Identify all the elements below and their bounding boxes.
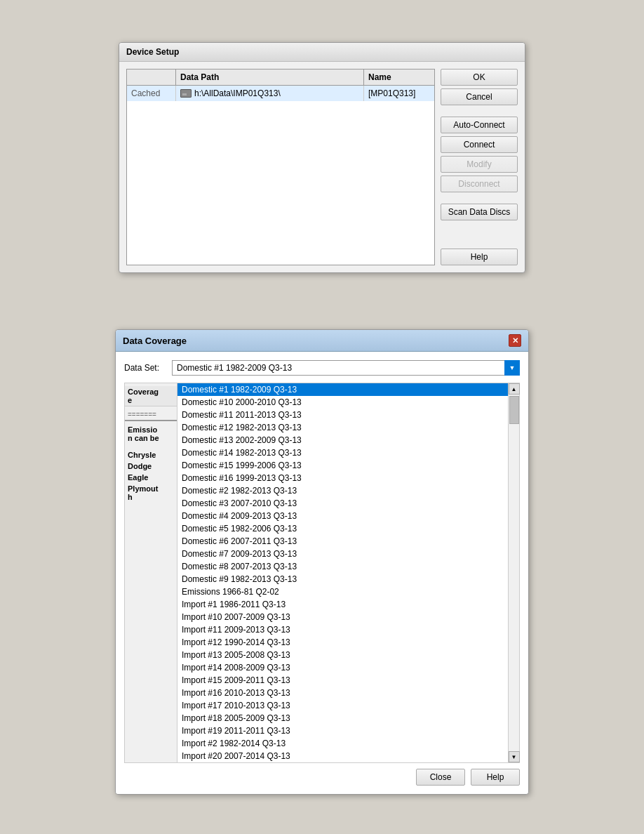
coverage-left-panel: Coverage ======= Emission can be Chrysle…	[125, 383, 177, 762]
modify-button[interactable]: Modify	[441, 156, 518, 173]
list-item[interactable]: Domestic #13 2002-2009 Q3-13	[177, 434, 508, 446]
list-item[interactable]: Domestic #3 2007-2010 Q3-13	[177, 497, 508, 510]
col-status-header	[127, 70, 176, 85]
coverage-footer: Close Help	[124, 763, 520, 786]
coverage-divider: =======	[125, 409, 177, 421]
list-item[interactable]: Domestic #4 2009-2013 Q3-13	[177, 510, 508, 522]
auto-connect-button[interactable]: Auto-Connect	[441, 117, 518, 133]
row-name: [MP01Q313]	[364, 86, 434, 101]
list-item[interactable]: Domestic #9 1982-2013 Q3-13	[177, 573, 508, 585]
make-dodge: Dodge	[125, 461, 177, 472]
list-item[interactable]: Import #20 2007-2014 Q3-13	[177, 750, 508, 762]
list-item[interactable]: Import #11 2009-2013 Q3-13	[177, 623, 508, 636]
coverage-label: Coverage	[125, 386, 177, 406]
list-item[interactable]: Domestic #14 1982-2013 Q3-13	[177, 446, 508, 459]
device-setup-dialog: Device Setup Data Path Name Cached h:\Al…	[119, 42, 525, 273]
dropdown-list[interactable]: Domestic #1 1982-2009 Q3-13Domestic #10 …	[177, 383, 508, 762]
list-item[interactable]: Domestic #2 1982-2013 Q3-13	[177, 484, 508, 497]
help-button-coverage[interactable]: Help	[471, 769, 520, 786]
scroll-up-btn[interactable]: ▲	[509, 383, 520, 395]
col-datapath-header: Data Path	[176, 70, 364, 85]
drive-icon	[180, 89, 192, 98]
make-chrysler: Chrysle	[125, 449, 177, 461]
list-item[interactable]: Domestic #7 2009-2013 Q3-13	[177, 548, 508, 560]
data-coverage-dialog: Data Coverage ✕ Data Set: Domestic #1 19…	[115, 329, 529, 795]
close-x-button[interactable]: ✕	[509, 334, 521, 347]
list-item[interactable]: Import #15 2009-2011 Q3-13	[177, 674, 508, 687]
list-item[interactable]: Import #12 1990-2014 Q3-13	[177, 636, 508, 649]
list-item[interactable]: Import #1 1986-2011 Q3-13	[177, 598, 508, 611]
scrollbar-track: ▲ ▼	[508, 383, 519, 762]
make-plymouth: Plymouth	[125, 483, 177, 503]
list-item[interactable]: Import #10 2007-2009 Q3-13	[177, 611, 508, 623]
dataset-select-wrapper: Domestic #1 1982-2009 Q3-13Domestic #10 …	[172, 360, 520, 376]
data-coverage-titlebar: Data Coverage ✕	[116, 330, 528, 352]
connect-button[interactable]: Connect	[441, 136, 518, 153]
scan-data-discs-button[interactable]: Scan Data Discs	[441, 204, 518, 220]
device-table: Data Path Name Cached h:\AllData\IMP01Q3…	[126, 69, 435, 265]
disconnect-button[interactable]: Disconnect	[441, 176, 518, 192]
close-button[interactable]: Close	[416, 769, 465, 786]
dataset-select[interactable]: Domestic #1 1982-2009 Q3-13Domestic #10 …	[172, 360, 520, 376]
list-item[interactable]: Domestic #15 1999-2006 Q3-13	[177, 459, 508, 472]
help-button[interactable]: Help	[441, 249, 518, 265]
list-item[interactable]: Domestic #12 1982-2013 Q3-13	[177, 421, 508, 434]
list-item[interactable]: Domestic #16 1999-2013 Q3-13	[177, 472, 508, 484]
list-item[interactable]: Domestic #5 1982-2006 Q3-13	[177, 522, 508, 535]
list-item[interactable]: Import #2 1982-2014 Q3-13	[177, 737, 508, 750]
coverage-right-panel: Domestic #1 1982-2009 Q3-13Domestic #10 …	[177, 383, 519, 762]
list-item[interactable]: Import #14 2008-2009 Q3-13	[177, 661, 508, 674]
scroll-down-btn[interactable]: ▼	[509, 751, 520, 762]
data-coverage-title: Data Coverage	[123, 336, 187, 346]
ok-button[interactable]: OK	[441, 69, 518, 86]
list-item[interactable]: Domestic #10 2000-2010 Q3-13	[177, 396, 508, 409]
list-item[interactable]: Domestic #8 2007-2013 Q3-13	[177, 560, 508, 573]
table-row[interactable]: Cached h:\AllData\IMP01Q313\ [MP01Q313]	[127, 86, 434, 101]
row-datapath: h:\AllData\IMP01Q313\	[176, 86, 364, 101]
make-eagle: Eagle	[125, 472, 177, 483]
dataset-row: Data Set: Domestic #1 1982-2009 Q3-13Dom…	[124, 360, 520, 376]
dataset-label: Data Set:	[124, 363, 166, 373]
list-item[interactable]: Import #18 2005-2009 Q3-13	[177, 712, 508, 724]
row-status: Cached	[127, 86, 176, 101]
row-datapath-text: h:\AllData\IMP01Q313\	[194, 88, 281, 98]
list-item[interactable]: Import #13 2005-2008 Q3-13	[177, 649, 508, 661]
coverage-main: Coverage ======= Emission can be Chrysle…	[124, 383, 520, 763]
device-buttons-panel: OK Cancel Auto-Connect Connect Modify Di…	[441, 69, 518, 265]
list-item[interactable]: Import #19 2011-2011 Q3-13	[177, 724, 508, 737]
emission-label: Emission can be	[125, 424, 177, 444]
list-item[interactable]: Import #17 2010-2013 Q3-13	[177, 699, 508, 712]
scrollbar-thumb[interactable]	[509, 396, 519, 424]
list-item[interactable]: Domestic #1 1982-2009 Q3-13	[177, 383, 508, 396]
list-item[interactable]: Import #16 2010-2013 Q3-13	[177, 687, 508, 699]
list-item[interactable]: Domestic #11 2011-2013 Q3-13	[177, 409, 508, 421]
data-coverage-body: Data Set: Domestic #1 1982-2009 Q3-13Dom…	[116, 352, 528, 794]
device-table-header: Data Path Name	[127, 70, 434, 86]
device-setup-title: Device Setup	[119, 43, 525, 62]
cancel-button[interactable]: Cancel	[441, 88, 518, 105]
col-name-header: Name	[364, 70, 434, 85]
list-item[interactable]: Domestic #6 2007-2011 Q3-13	[177, 535, 508, 548]
list-item[interactable]: Emissions 1966-81 Q2-02	[177, 585, 508, 598]
